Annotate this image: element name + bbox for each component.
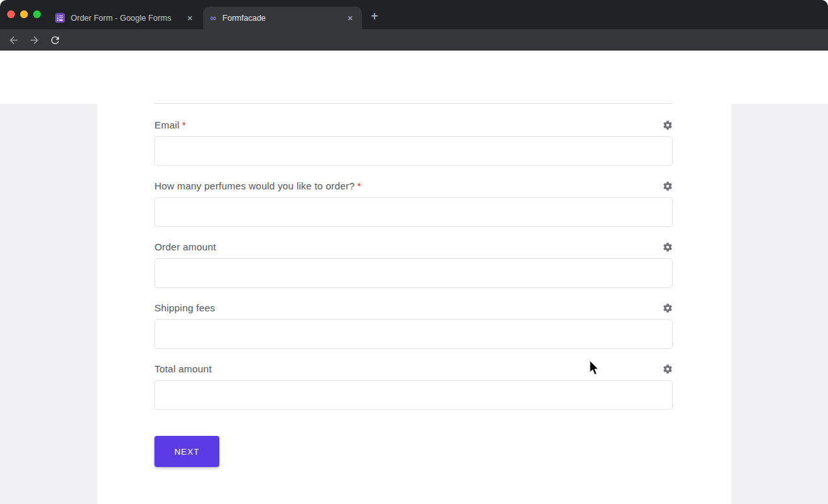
field-settings-gear-icon[interactable] [663,120,673,130]
formfacade-header: ∞ Formfacade [0,51,828,104]
tab-title: Formfacade [223,14,266,23]
browser-toolbar: formfacade.com/edit/10139775342563885932… [0,29,828,51]
field-settings-gear-icon[interactable] [663,364,673,374]
field-label: Shipping fees* [154,302,673,314]
text-input[interactable] [154,258,673,288]
tab-formfacade[interactable]: ∞ Formfacade × [203,6,362,29]
text-input[interactable] [154,197,673,227]
field-settings-gear-icon[interactable] [663,181,673,191]
field-settings-gear-icon[interactable] [663,303,673,313]
back-button[interactable] [5,32,21,48]
field-settings-gear-icon[interactable] [663,242,673,252]
close-window-button[interactable] [7,10,15,18]
form-field-row: How many perfumes would you like to orde… [154,180,673,227]
tab-order-form[interactable]: Order Form - Google Forms × [49,6,202,29]
mouse-cursor [589,361,601,376]
new-tab-button[interactable]: + [366,8,383,25]
field-label: Order amount* [154,241,673,253]
next-button[interactable]: NEXT [154,436,219,467]
text-input[interactable] [154,136,673,166]
field-label: Email* [154,119,673,131]
left-margin [0,104,97,504]
close-tab-icon[interactable]: × [184,12,195,24]
close-tab-icon[interactable]: × [345,12,356,24]
forward-button[interactable] [26,32,42,48]
text-input[interactable] [154,380,673,410]
form-field-row: Shipping fees* [154,302,673,349]
fullscreen-window-button[interactable] [33,10,41,18]
previous-field-edge [154,103,673,104]
right-margin [731,104,828,504]
form-field-row: Order amount* [154,241,673,288]
minimize-window-button[interactable] [20,10,28,18]
form-field-row: Email* [154,119,673,166]
field-label: How many perfumes would you like to orde… [154,180,673,192]
traffic-lights [7,10,41,18]
google-forms-icon [55,13,65,23]
reload-button[interactable] [47,32,63,48]
text-input[interactable] [154,319,673,349]
formfacade-favicon-icon: ∞ [210,14,217,22]
tab-title: Order Form - Google Forms [71,14,171,23]
tab-strip: Order Form - Google Forms × ∞ Formfacade… [0,0,828,29]
browser-window: Order Form - Google Forms × ∞ Formfacade… [0,0,828,504]
